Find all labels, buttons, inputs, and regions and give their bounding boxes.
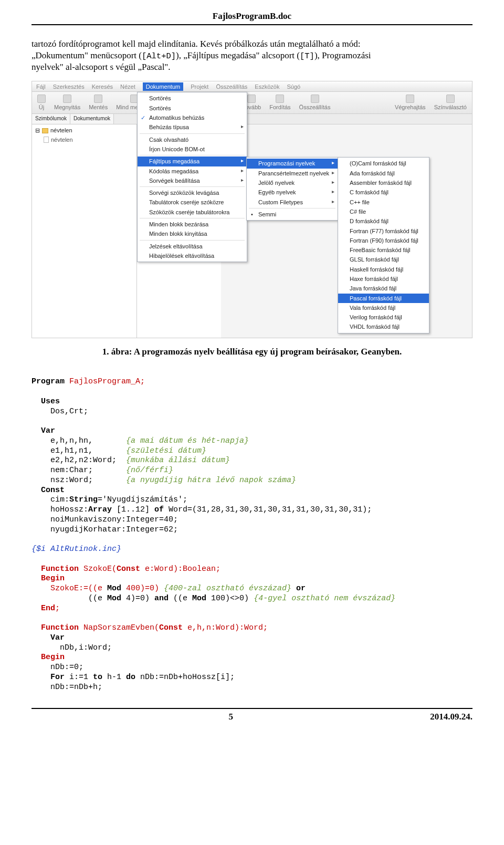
kw-do: do xyxy=(126,673,135,682)
menu-fajl[interactable]: Fájl xyxy=(36,83,46,90)
save-icon xyxy=(94,95,102,103)
languages-submenu-item-10[interactable]: GLSL forráskód fájl xyxy=(338,255,429,264)
languages-submenu-item-1[interactable]: Ada forráskód fájl xyxy=(338,169,429,178)
kbd-t: [T] xyxy=(300,51,314,61)
filetype-submenu-item-6[interactable]: Semmi xyxy=(247,210,338,219)
tb-open[interactable]: Megnyitás xyxy=(54,95,80,111)
kw-mod3: Mod xyxy=(192,594,206,603)
sidebar-tab-symbols[interactable]: Szimbólumok xyxy=(32,114,70,124)
filetype-submenu-item-4[interactable]: Custom Filetypes xyxy=(247,197,338,207)
dokumentum-menu-item-10[interactable]: Sorvégek beállítása xyxy=(138,176,247,185)
intro-text-3: nyelvek" al-alcsoport s végül „Pascal". xyxy=(32,62,171,72)
kw-function2: Function xyxy=(32,623,79,632)
filetype-submenu-item-2[interactable]: Jelölő nyelvek xyxy=(247,178,338,187)
const-arr-c: [1..12] xyxy=(112,505,154,514)
page-footer: 5 2014.09.24. xyxy=(32,708,472,723)
menu-szerkesztes[interactable]: Szerkesztés xyxy=(53,83,85,90)
szokoe-body-a: SzokoE:=((e xyxy=(32,584,107,593)
szokoe-l2c: ((e xyxy=(169,594,192,603)
dokumentum-menu-item-0[interactable]: Sortörés xyxy=(138,93,247,103)
menu-nezet[interactable]: Nézet xyxy=(120,83,135,90)
tb-build[interactable]: Összeállítás xyxy=(299,95,331,111)
tb-new-label: Új xyxy=(39,103,44,111)
tb-build-label: Összeállítás xyxy=(299,103,331,111)
languages-submenu-item-2[interactable]: Assembler forráskód fájl xyxy=(338,178,429,187)
dokumentum-menu-item-12[interactable]: Sorvégi szóközök levágása xyxy=(138,188,247,197)
file-icon xyxy=(44,137,49,143)
menu-osszeallitas[interactable]: Összeállítás xyxy=(216,83,247,90)
fn-napsor-sig: e,h,n:Word):Word; xyxy=(183,623,268,632)
kw-uses: Uses xyxy=(32,397,60,406)
dokumentum-menu-item-9[interactable]: Kódolás megadása xyxy=(138,166,247,176)
dokumentum-menu-item-2[interactable]: Automatikus behúzás xyxy=(138,113,247,122)
dokumentum-menu-item-5[interactable]: Csak olvasható xyxy=(138,135,247,144)
new-file-icon xyxy=(37,95,46,103)
var-line2: e1,h1,n1, xyxy=(32,446,126,455)
languages-submenu-item-11[interactable]: Haskell forráskód fájl xyxy=(338,265,429,274)
languages-submenu-item-14[interactable]: Pascal forráskód fájl xyxy=(338,294,429,303)
open-icon xyxy=(63,95,71,103)
languages-submenu-item-12[interactable]: Haxe forráskód fájl xyxy=(338,274,429,284)
tb-save[interactable]: Mentés xyxy=(89,95,108,111)
languages-submenu-item-9[interactable]: FreeBasic forráskód fájl xyxy=(338,245,429,255)
languages-submenu-item-5[interactable]: C# file xyxy=(338,207,429,216)
figure-caption: 1. ábra: A programozás nyelv beállítása … xyxy=(32,346,472,358)
var-ndb: nDb,i:Word; xyxy=(32,643,112,652)
cm-400: {400-zal osztható évszázad} xyxy=(164,584,291,593)
minus-icon: ⊟ xyxy=(35,127,40,134)
languages-submenu-item-8[interactable]: Fortran (F90) forráskód fájl xyxy=(338,236,429,245)
tb-color[interactable]: Színválasztó xyxy=(434,95,467,111)
dokumentum-menu-item-13[interactable]: Tabulátorok cseréje szóközre xyxy=(138,197,247,207)
geany-screenshot: Fájl Szerkesztés Keresés Nézet Dokumentu… xyxy=(32,81,472,338)
filetype-submenu-item-1[interactable]: Parancsértelmezett nyelvek xyxy=(247,169,338,178)
dokumentum-menu: SortörésSortörésAutomatikus behúzásBehúz… xyxy=(137,92,247,262)
page-number: 5 xyxy=(32,711,430,723)
menubar: Fájl Szerkesztés Keresés Nézet Dokumentu… xyxy=(32,81,472,92)
toolbar: Új Megnyitás Mentés Mind mentése Oldal..… xyxy=(32,92,472,114)
menu-projekt[interactable]: Projekt xyxy=(191,83,208,90)
szokoe-l2a: ((e xyxy=(32,594,107,603)
dokumentum-menu-item-14[interactable]: Szóközök cseréje tabulátorokra xyxy=(138,207,247,217)
languages-submenu-item-13[interactable]: Java forráskód fájl xyxy=(338,284,429,293)
kw-begin2: Begin xyxy=(32,653,65,662)
dokumentum-menu-item-6[interactable]: Írjon Unicode BOM-ot xyxy=(138,144,247,154)
prog-name: FajlosProgram_A; xyxy=(65,377,145,386)
dokumentum-menu-item-20[interactable]: Hibajelölések eltávolítása xyxy=(138,251,247,260)
languages-submenu-item-3[interactable]: C forráskód fájl xyxy=(338,187,429,197)
languages-submenu-item-17[interactable]: VHDL forráskód fájl xyxy=(338,322,429,331)
cm-5: {a nyugdíjig hátra lévő napok száma} xyxy=(126,476,296,485)
sidebar-tab-documents[interactable]: Dokumentumok xyxy=(70,114,114,124)
tree-root[interactable]: ⊟névtelen xyxy=(35,127,133,134)
languages-submenu-item-4[interactable]: C++ file xyxy=(338,197,429,207)
cm-3: {munkába állási dátum} xyxy=(126,456,230,465)
uses-list: Dos,Crt; xyxy=(32,407,88,416)
languages-submenu-item-7[interactable]: Fortran (F77) forráskód fájl xyxy=(338,226,429,236)
szokoe-l2d: 100)<>0) xyxy=(206,594,254,603)
tb-new[interactable]: Új xyxy=(37,95,46,111)
kw-const: Const xyxy=(32,486,65,495)
menu-eszkozok[interactable]: Eszközök xyxy=(255,83,279,90)
menu-dokumentum[interactable]: Dokumentum xyxy=(143,82,183,91)
languages-submenu-item-0[interactable]: (O)Caml forráskód fájl xyxy=(338,159,429,168)
menu-sugo[interactable]: Súgó xyxy=(287,83,300,90)
filetype-submenu-item-0[interactable]: Programozási nyelvek xyxy=(247,159,338,168)
fn-szokoe-sig: e:Word):Boolean; xyxy=(140,565,220,573)
dokumentum-menu-item-8[interactable]: Fájltípus megadása xyxy=(138,157,247,166)
dokumentum-menu-item-3[interactable]: Behúzás típusa xyxy=(138,122,247,132)
tree-child[interactable]: névtelen xyxy=(44,136,133,143)
dokumentum-menu-item-1[interactable]: Sortörés xyxy=(138,103,247,113)
intro-text-2c: ), Programozási xyxy=(314,50,371,60)
languages-submenu-item-6[interactable]: D forráskód fájl xyxy=(338,216,429,226)
languages-submenu-item-16[interactable]: Verilog forráskód fájl xyxy=(338,312,429,322)
kw-function1: Function xyxy=(32,565,79,573)
menu-kereses[interactable]: Keresés xyxy=(92,83,113,90)
dokumentum-menu-item-16[interactable]: Minden blokk bezárása xyxy=(138,220,247,229)
filetype-submenu-item-3[interactable]: Egyéb nyelvek xyxy=(247,187,338,197)
dokumentum-menu-item-17[interactable]: Minden blokk kinyitása xyxy=(138,229,247,238)
kw-for: For xyxy=(32,673,65,682)
tb-run[interactable]: Végrehajtás xyxy=(395,95,426,111)
languages-submenu-item-15[interactable]: Vala forráskód fájl xyxy=(338,303,429,312)
tb-compile[interactable]: Fordítás xyxy=(269,95,290,111)
end-semi: ; xyxy=(55,604,60,613)
dokumentum-menu-item-19[interactable]: Jelzések eltávolítása xyxy=(138,242,247,251)
